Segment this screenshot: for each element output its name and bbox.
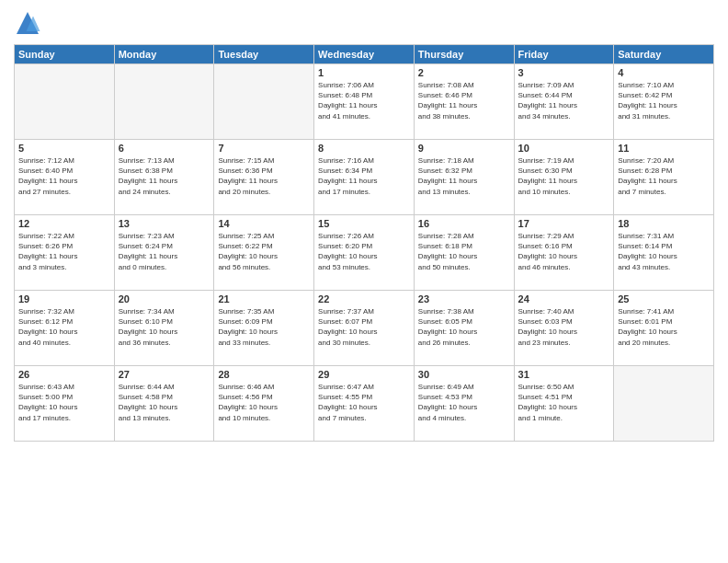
day-number: 23 xyxy=(418,293,510,304)
day-number: 1 xyxy=(318,67,410,78)
day-cell-24: 24Sunrise: 7:40 AM Sunset: 6:03 PM Dayli… xyxy=(514,291,614,366)
weekday-sunday: Sunday xyxy=(15,45,115,64)
day-number: 31 xyxy=(518,369,610,380)
day-number: 26 xyxy=(18,369,110,380)
day-info: Sunrise: 7:40 AM Sunset: 6:03 PM Dayligh… xyxy=(518,306,610,348)
day-info: Sunrise: 7:16 AM Sunset: 6:34 PM Dayligh… xyxy=(318,155,410,197)
header xyxy=(14,9,714,37)
day-info: Sunrise: 7:20 AM Sunset: 6:28 PM Dayligh… xyxy=(618,155,710,197)
week-row-1: 5Sunrise: 7:12 AM Sunset: 6:40 PM Daylig… xyxy=(15,140,714,215)
day-number: 11 xyxy=(618,143,710,154)
week-row-4: 26Sunrise: 6:43 AM Sunset: 5:00 PM Dayli… xyxy=(15,366,714,442)
day-cell-21: 21Sunrise: 7:35 AM Sunset: 6:09 PM Dayli… xyxy=(214,291,314,366)
day-cell-5: 5Sunrise: 7:12 AM Sunset: 6:40 PM Daylig… xyxy=(15,140,115,215)
weekday-friday: Friday xyxy=(514,45,614,64)
day-info: Sunrise: 7:28 AM Sunset: 6:18 PM Dayligh… xyxy=(418,231,510,272)
weekday-saturday: Saturday xyxy=(614,45,714,64)
week-row-0: 1Sunrise: 7:06 AM Sunset: 6:48 PM Daylig… xyxy=(15,64,714,140)
day-number: 18 xyxy=(618,218,710,229)
day-cell-30: 30Sunrise: 6:49 AM Sunset: 4:53 PM Dayli… xyxy=(414,366,514,442)
logo xyxy=(14,9,45,37)
day-info: Sunrise: 7:34 AM Sunset: 6:10 PM Dayligh… xyxy=(119,306,210,348)
day-number: 22 xyxy=(318,293,410,304)
day-number: 2 xyxy=(418,67,510,78)
empty-cell xyxy=(114,64,214,140)
day-info: Sunrise: 7:19 AM Sunset: 6:30 PM Dayligh… xyxy=(518,155,610,197)
day-info: Sunrise: 7:41 AM Sunset: 6:01 PM Dayligh… xyxy=(618,306,710,348)
empty-cell xyxy=(214,64,314,140)
weekday-wednesday: Wednesday xyxy=(314,45,415,64)
day-cell-27: 27Sunrise: 6:44 AM Sunset: 4:58 PM Dayli… xyxy=(114,366,214,442)
day-cell-19: 19Sunrise: 7:32 AM Sunset: 6:12 PM Dayli… xyxy=(15,291,115,366)
day-cell-14: 14Sunrise: 7:25 AM Sunset: 6:22 PM Dayli… xyxy=(214,215,314,291)
day-cell-23: 23Sunrise: 7:38 AM Sunset: 6:05 PM Dayli… xyxy=(414,291,514,366)
day-info: Sunrise: 7:08 AM Sunset: 6:46 PM Dayligh… xyxy=(418,80,510,121)
logo-icon xyxy=(14,9,41,37)
day-info: Sunrise: 6:44 AM Sunset: 4:58 PM Dayligh… xyxy=(119,382,210,423)
day-info: Sunrise: 6:49 AM Sunset: 4:53 PM Dayligh… xyxy=(418,382,510,423)
day-cell-22: 22Sunrise: 7:37 AM Sunset: 6:07 PM Dayli… xyxy=(314,291,415,366)
day-info: Sunrise: 7:22 AM Sunset: 6:26 PM Dayligh… xyxy=(18,231,110,272)
empty-cell xyxy=(15,64,115,140)
day-info: Sunrise: 7:26 AM Sunset: 6:20 PM Dayligh… xyxy=(318,231,410,272)
day-cell-6: 6Sunrise: 7:13 AM Sunset: 6:38 PM Daylig… xyxy=(114,140,214,215)
day-number: 16 xyxy=(418,218,510,229)
day-info: Sunrise: 7:09 AM Sunset: 6:44 PM Dayligh… xyxy=(518,80,610,121)
calendar-table: SundayMondayTuesdayWednesdayThursdayFrid… xyxy=(14,44,714,442)
week-row-3: 19Sunrise: 7:32 AM Sunset: 6:12 PM Dayli… xyxy=(15,291,714,366)
day-number: 3 xyxy=(518,67,610,78)
day-number: 17 xyxy=(518,218,610,229)
day-number: 10 xyxy=(518,143,610,154)
weekday-tuesday: Tuesday xyxy=(214,45,314,64)
day-cell-9: 9Sunrise: 7:18 AM Sunset: 6:32 PM Daylig… xyxy=(414,140,514,215)
day-number: 9 xyxy=(418,143,510,154)
day-number: 24 xyxy=(518,293,610,304)
day-cell-3: 3Sunrise: 7:09 AM Sunset: 6:44 PM Daylig… xyxy=(514,64,614,140)
day-info: Sunrise: 7:37 AM Sunset: 6:07 PM Dayligh… xyxy=(318,306,410,348)
weekday-thursday: Thursday xyxy=(414,45,514,64)
day-number: 29 xyxy=(318,369,410,380)
day-number: 19 xyxy=(18,293,110,304)
day-number: 7 xyxy=(218,143,310,154)
day-info: Sunrise: 6:47 AM Sunset: 4:55 PM Dayligh… xyxy=(318,382,410,423)
day-number: 14 xyxy=(218,218,310,229)
day-info: Sunrise: 7:12 AM Sunset: 6:40 PM Dayligh… xyxy=(18,155,110,197)
day-cell-31: 31Sunrise: 6:50 AM Sunset: 4:51 PM Dayli… xyxy=(514,366,614,442)
day-cell-12: 12Sunrise: 7:22 AM Sunset: 6:26 PM Dayli… xyxy=(15,215,115,291)
day-cell-15: 15Sunrise: 7:26 AM Sunset: 6:20 PM Dayli… xyxy=(314,215,415,291)
day-info: Sunrise: 7:18 AM Sunset: 6:32 PM Dayligh… xyxy=(418,155,510,197)
day-number: 15 xyxy=(318,218,410,229)
day-number: 21 xyxy=(218,293,310,304)
day-number: 12 xyxy=(18,218,110,229)
day-info: Sunrise: 7:23 AM Sunset: 6:24 PM Dayligh… xyxy=(119,231,210,272)
day-info: Sunrise: 7:31 AM Sunset: 6:14 PM Dayligh… xyxy=(618,231,710,272)
day-info: Sunrise: 7:32 AM Sunset: 6:12 PM Dayligh… xyxy=(18,306,110,348)
day-cell-17: 17Sunrise: 7:29 AM Sunset: 6:16 PM Dayli… xyxy=(514,215,614,291)
day-cell-13: 13Sunrise: 7:23 AM Sunset: 6:24 PM Dayli… xyxy=(114,215,214,291)
day-cell-1: 1Sunrise: 7:06 AM Sunset: 6:48 PM Daylig… xyxy=(314,64,415,140)
day-number: 13 xyxy=(119,218,210,229)
day-number: 30 xyxy=(418,369,510,380)
day-number: 8 xyxy=(318,143,410,154)
day-info: Sunrise: 7:10 AM Sunset: 6:42 PM Dayligh… xyxy=(618,80,710,121)
day-info: Sunrise: 7:13 AM Sunset: 6:38 PM Dayligh… xyxy=(119,155,210,197)
day-number: 25 xyxy=(618,293,710,304)
day-cell-7: 7Sunrise: 7:15 AM Sunset: 6:36 PM Daylig… xyxy=(214,140,314,215)
day-info: Sunrise: 7:38 AM Sunset: 6:05 PM Dayligh… xyxy=(418,306,510,348)
day-cell-2: 2Sunrise: 7:08 AM Sunset: 6:46 PM Daylig… xyxy=(414,64,514,140)
day-cell-4: 4Sunrise: 7:10 AM Sunset: 6:42 PM Daylig… xyxy=(614,64,714,140)
day-info: Sunrise: 7:29 AM Sunset: 6:16 PM Dayligh… xyxy=(518,231,610,272)
week-row-2: 12Sunrise: 7:22 AM Sunset: 6:26 PM Dayli… xyxy=(15,215,714,291)
day-cell-25: 25Sunrise: 7:41 AM Sunset: 6:01 PM Dayli… xyxy=(614,291,714,366)
day-cell-8: 8Sunrise: 7:16 AM Sunset: 6:34 PM Daylig… xyxy=(314,140,415,215)
page: SundayMondayTuesdayWednesdayThursdayFrid… xyxy=(0,0,728,563)
day-cell-28: 28Sunrise: 6:46 AM Sunset: 4:56 PM Dayli… xyxy=(214,366,314,442)
day-cell-20: 20Sunrise: 7:34 AM Sunset: 6:10 PM Dayli… xyxy=(114,291,214,366)
day-cell-29: 29Sunrise: 6:47 AM Sunset: 4:55 PM Dayli… xyxy=(314,366,415,442)
day-info: Sunrise: 6:43 AM Sunset: 5:00 PM Dayligh… xyxy=(18,382,110,423)
empty-cell xyxy=(614,366,714,442)
day-number: 27 xyxy=(119,369,210,380)
day-number: 6 xyxy=(119,143,210,154)
day-cell-26: 26Sunrise: 6:43 AM Sunset: 5:00 PM Dayli… xyxy=(15,366,115,442)
day-info: Sunrise: 7:25 AM Sunset: 6:22 PM Dayligh… xyxy=(218,231,310,272)
